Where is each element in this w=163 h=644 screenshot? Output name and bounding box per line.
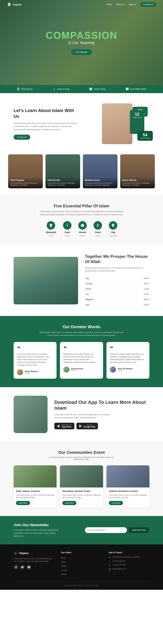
nav-logo[interactable]: Yaqeen xyxy=(7,2,21,7)
shahadah-icon xyxy=(49,223,53,228)
footer-link-home[interactable]: Home xyxy=(61,556,102,559)
about-left: Let's Learn About Islam With Us Etiam di… xyxy=(13,108,78,140)
program-card-child[interactable]: Child Program Lorem ipsum dolor sit amet… xyxy=(8,154,43,188)
hero-section: COMPASSION Is Our Teaching Get Started xyxy=(0,0,163,85)
event-img-taroweh xyxy=(60,465,103,488)
footer-link-donate[interactable]: Donate xyxy=(61,572,102,576)
twitter-icon xyxy=(21,566,24,568)
pillars-grid: Shahadah Faith Salat Prayer Shaum Fastin… xyxy=(13,221,150,237)
story-icon xyxy=(89,87,93,91)
learn-more-recitation[interactable]: Learn More xyxy=(109,501,123,505)
program-card-madinah[interactable]: Madinah Group Lorem ipsum dolor sit amet… xyxy=(83,154,118,188)
feature-read-quran[interactable]: Read Quran xyxy=(17,87,32,91)
app-store-button[interactable]: Download on the App Store xyxy=(54,423,74,429)
nav-home[interactable]: Home xyxy=(107,3,112,6)
pray-icon xyxy=(52,87,56,91)
salat-icon xyxy=(65,223,69,228)
newsletter-input-row: Subscribe Now xyxy=(85,527,150,533)
pillars-description: Pellentesque ut amet nisl ante. Sed accu… xyxy=(39,210,124,216)
newsletter-left: Join Our Newsletter Lorem ipsum dolor si… xyxy=(13,523,78,538)
footer-bottom: Copyright © 2024 Yaqeen | Powered by Yaq… xyxy=(13,582,150,586)
testimonials-grid: ❝ Lorem ipsum dolor sit amet, consectetu… xyxy=(13,342,150,379)
footer-logo: Yaqeen xyxy=(13,551,54,555)
event-img-tadarus xyxy=(13,465,57,488)
testimonial-card-3: ❝ Vestibulum in velit at sapien ullamcor… xyxy=(106,342,150,379)
about-description: Etiam dignissim diam quis enim congue. E… xyxy=(13,122,78,131)
testimonial-card-2: ❝ Etiam finibus mi non odio vulputate, s… xyxy=(60,342,103,379)
nav-about[interactable]: About Us xyxy=(116,3,125,6)
testimonial-author-2: Daud Kareem Donator xyxy=(63,366,100,372)
social-instagram[interactable] xyxy=(26,565,31,570)
stat-donator: 54 Active Donator xyxy=(137,131,153,141)
about-contact-button[interactable]: Contact Us xyxy=(13,134,30,140)
app-image xyxy=(13,396,47,433)
app-title: Download Our App To Learn More About Isl… xyxy=(54,400,150,411)
feature-qa-syekh[interactable]: Q & A With Syekh xyxy=(126,87,146,91)
testimonials-description: Morbi blandit Tacitus lorem, ut maximus … xyxy=(39,331,124,337)
prayer-fajr: Fajr 04:00 xyxy=(85,276,150,281)
mosque-title: Together We Prosper The House Of Allah xyxy=(85,254,150,264)
author-avatar-1 xyxy=(17,369,23,375)
testimonials-title: Our Donator Words xyxy=(13,324,150,329)
about-section: Let's Learn About Islam With Us Etiam di… xyxy=(0,93,163,154)
programs-section: Child Program Lorem ipsum dolor sit amet… xyxy=(0,154,163,195)
nav-pages[interactable]: Pages ▾ xyxy=(129,3,136,6)
play-store-button[interactable]: Get it on Google Play xyxy=(76,423,98,429)
prayer-asr: Asr 14:50 xyxy=(85,292,150,297)
hajj-icon xyxy=(111,223,115,228)
learn-more-tadarus[interactable]: Learn More xyxy=(16,501,30,505)
pillar-shahadah: Shahadah Faith xyxy=(46,221,56,237)
newsletter-description: Lorem ipsum dolor sit amet, consectetur … xyxy=(13,528,61,538)
event-card-taroweh: Ramadhan Taroweh Prayer Lorem ipsum dolo… xyxy=(60,465,103,508)
author-avatar-2 xyxy=(63,366,69,372)
pillar-icon-salat xyxy=(63,221,71,230)
program-card-dawah[interactable]: Halal Da'wah Lorem ipsum dolor sit amet,… xyxy=(45,154,80,188)
quote-mark-1: ❝ xyxy=(17,345,53,352)
android-icon xyxy=(79,424,82,428)
prayer-sunrise: Sunrise 05:30 xyxy=(85,281,150,286)
program-card-overlay-quran: Quran Sharing Lorem ipsum dolor sit amet… xyxy=(120,177,155,188)
newsletter-submit-button[interactable]: Subscribe Now xyxy=(128,527,150,533)
location-icon xyxy=(109,556,111,559)
hero-content: COMPASSION Is Our Teaching Get Started xyxy=(46,30,117,55)
social-facebook[interactable] xyxy=(13,565,18,570)
footer-store-col: Our Store Home About Pages Contact Donat… xyxy=(61,551,102,576)
feature-learn-pray[interactable]: Learn to Pray xyxy=(52,87,69,91)
newsletter-email-input[interactable] xyxy=(85,527,127,533)
feature-islamic-story[interactable]: Islamic Story xyxy=(89,87,106,91)
hero-subtitle: Is Our Teaching xyxy=(46,40,117,45)
prayer-dhuhr: Dhuhr 11:30 xyxy=(85,286,150,292)
footer-link-contact[interactable]: Contact xyxy=(61,568,102,572)
footer-address: 2499 Oak Street Grimes, QA 45983 xyxy=(109,556,150,559)
event-body-recitation: Children Recitation Contest Lorem ipsum … xyxy=(106,488,150,508)
book-icon xyxy=(17,87,20,91)
footer: Yaqeen Lorem ipsum dolor sit amet, conse… xyxy=(0,544,163,590)
testimonial-author-3: Omar Ali Uthman Donator xyxy=(110,366,146,372)
events-description: Lorem ipsum dolor sit amet, consectetur … xyxy=(47,456,116,460)
about-image xyxy=(102,103,133,144)
app-section: Download Our App To Learn More About Isl… xyxy=(0,387,163,442)
mosque-section: Together We Prosper The House Of Allah A… xyxy=(0,245,163,316)
navbar: Yaqeen Home About Us Pages ▾ Contact Us xyxy=(0,0,163,9)
mosque-image xyxy=(13,257,78,304)
nav-contact-button[interactable]: Contact Us xyxy=(140,2,156,7)
pillar-hajj: Hajj Pilgrimage xyxy=(109,221,117,237)
pillar-salat: Salat Prayer xyxy=(63,221,71,237)
learn-more-taroweh[interactable]: Learn More xyxy=(62,501,76,505)
event-card-tadarus: Daily Tadarus Al-Quran Lorem ipsum dolor… xyxy=(13,465,57,508)
hero-cta-button[interactable]: Get Started xyxy=(71,49,92,55)
events-grid: Daily Tadarus Al-Quran Lorem ipsum dolor… xyxy=(13,465,150,508)
footer-phone: +1 (254) 451-452 xyxy=(109,560,150,562)
program-card-quran[interactable]: Quran Sharing Lorem ipsum dolor sit amet… xyxy=(120,154,155,188)
prayer-maghrib: Maghrib 18:00 xyxy=(85,297,150,302)
footer-email: yaqeen@site.com xyxy=(109,568,150,570)
testimonial-author-1: Abdul Rahman Donator xyxy=(17,369,53,375)
social-twitter[interactable] xyxy=(20,565,25,570)
event-body-tadarus: Daily Tadarus Al-Quran Lorem ipsum dolor… xyxy=(13,488,57,508)
program-card-overlay-child: Child Program Lorem ipsum dolor sit amet… xyxy=(8,177,43,188)
footer-link-about[interactable]: About xyxy=(61,560,102,563)
pillar-icon-shahadah xyxy=(47,221,55,230)
event-body-taroweh: Ramadhan Taroweh Prayer Lorem ipsum dolo… xyxy=(60,488,103,508)
footer-link-pages[interactable]: Pages xyxy=(61,564,102,567)
footer-about-col: Yaqeen Lorem ipsum dolor sit amet, conse… xyxy=(13,551,54,576)
